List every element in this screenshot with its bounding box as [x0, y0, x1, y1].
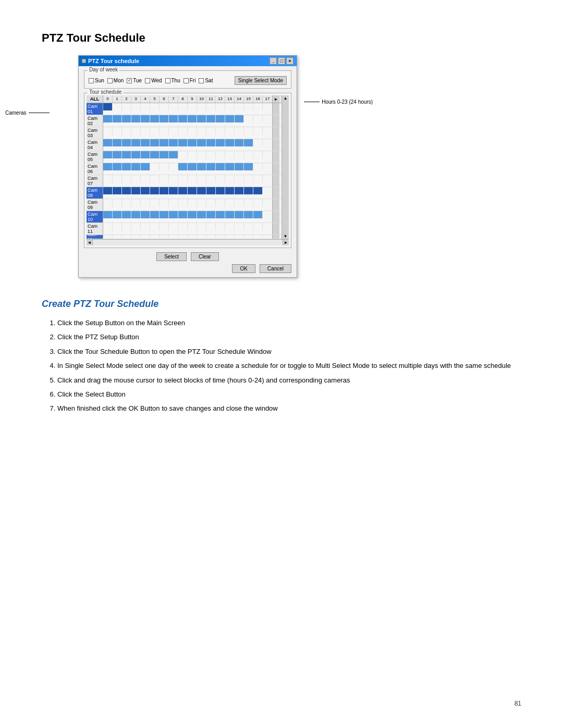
- hour-15: 15: [244, 95, 253, 103]
- hour-12: 12: [216, 95, 225, 103]
- day-wed[interactable]: Wed: [145, 78, 162, 83]
- scroll-right-btn[interactable]: ►: [272, 95, 279, 103]
- cam-01-h4[interactable]: [141, 103, 150, 110]
- ptz-tour-dialog: PTZ Tour schedule _ □ × Day of week Sun: [78, 55, 297, 278]
- cam-01-h10[interactable]: [197, 103, 206, 110]
- hour-2: 2: [122, 95, 131, 103]
- instruction-7: When finished click the OK Button to sav…: [57, 402, 521, 414]
- cam-row-08: Cam 08: [87, 187, 282, 199]
- day-mon[interactable]: Mon: [107, 78, 124, 83]
- section-title: Create PTZ Tour Schedule: [42, 299, 521, 310]
- dialog-title: PTZ Tour schedule: [82, 58, 139, 64]
- cam-01-h2[interactable]: [122, 103, 131, 110]
- cameras-annotation: Cameras: [5, 110, 50, 116]
- minimize-button[interactable]: _: [270, 57, 277, 65]
- hour-16: 16: [253, 95, 263, 103]
- cam-row-02: Cam 02: [87, 115, 282, 127]
- scroll-down-arrow[interactable]: ▼: [283, 233, 288, 239]
- day-tue[interactable]: Tue: [127, 78, 142, 83]
- cam-01-h9[interactable]: [188, 103, 197, 110]
- hour-4: 4: [141, 95, 150, 103]
- cam-01-h16[interactable]: [253, 103, 263, 110]
- hour-7: 7: [169, 95, 178, 103]
- day-sat[interactable]: Sat: [199, 78, 213, 83]
- hour-0: 0: [103, 95, 113, 103]
- fri-checkbox[interactable]: [183, 78, 189, 83]
- thu-label: Thu: [172, 78, 180, 83]
- hour-10: 10: [197, 95, 206, 103]
- tour-schedule-label: Tour schedule: [88, 89, 123, 95]
- hours-annotation: Hours 0-23 (24 hours): [304, 99, 373, 105]
- dialog-footer-buttons: Select Clear: [84, 252, 291, 261]
- cam-01-h8[interactable]: [178, 103, 188, 110]
- cam-08-label: Cam 08: [87, 187, 103, 199]
- cam-01-h7[interactable]: [169, 103, 178, 110]
- clear-button[interactable]: Clear: [191, 252, 219, 261]
- hour-9: 9: [188, 95, 197, 103]
- cam-01-h11[interactable]: [206, 103, 216, 110]
- tue-label: Tue: [133, 78, 142, 83]
- scroll-track[interactable]: [93, 240, 283, 245]
- fri-label: Fri: [190, 78, 196, 83]
- schedule-grid-wrapper: ALL 0 1 2 3 4 5 6 7 8 9: [87, 95, 289, 239]
- day-fri[interactable]: Fri: [183, 78, 196, 83]
- cam-01-h1[interactable]: [113, 103, 122, 110]
- cam-row-09: Cam 09: [87, 199, 282, 211]
- scroll-up-arrow[interactable]: ▲: [283, 95, 288, 101]
- titlebar-controls[interactable]: _ □ ×: [270, 57, 293, 65]
- ok-button[interactable]: OK: [232, 264, 255, 273]
- day-of-week-group: Day of week Sun Mon Tue: [84, 70, 291, 89]
- cam-01-h3[interactable]: [131, 103, 141, 110]
- sat-label: Sat: [205, 78, 213, 83]
- cam-01-h17[interactable]: [263, 103, 272, 110]
- scroll-right-arrow-h[interactable]: ►: [283, 240, 289, 245]
- cam-01-h13[interactable]: [225, 103, 235, 110]
- instructions: Click the Setup Button on the Main Scree…: [42, 317, 521, 415]
- thu-checkbox[interactable]: [165, 78, 170, 83]
- day-thu[interactable]: Thu: [165, 78, 180, 83]
- hour-8: 8: [178, 95, 188, 103]
- cam-row-10: Cam 10: [87, 211, 282, 223]
- schedule-header: ALL 0 1 2 3 4 5 6 7 8 9: [87, 95, 282, 103]
- cam-row-11: Cam 11: [87, 223, 282, 235]
- all-cell[interactable]: ALL: [87, 95, 103, 103]
- cam-03-label: Cam 03: [87, 127, 103, 139]
- horizontal-scrollbar[interactable]: ◄ ►: [87, 239, 289, 245]
- cam-01-h15[interactable]: [244, 103, 253, 110]
- cam-row-07: Cam 07: [87, 175, 282, 187]
- cam-01-h12[interactable]: [216, 103, 225, 110]
- hour-17: 17: [263, 95, 272, 103]
- cam-04-label: Cam 04: [87, 139, 103, 151]
- cam-01-h6[interactable]: [160, 103, 169, 110]
- dialog-ok-cancel-buttons: OK Cancel: [84, 264, 291, 273]
- select-button[interactable]: Select: [156, 252, 187, 261]
- cam-01-h14[interactable]: [235, 103, 244, 110]
- dialog-icon: [82, 59, 86, 63]
- hour-13: 13: [225, 95, 235, 103]
- vertical-scrollbar[interactable]: ▲ ▼: [282, 95, 289, 239]
- hour-3: 3: [131, 95, 141, 103]
- page-title: PTZ Tour Schedule: [42, 31, 521, 45]
- close-button[interactable]: ×: [286, 57, 293, 65]
- sun-checkbox[interactable]: [89, 78, 94, 83]
- maximize-button[interactable]: □: [278, 57, 285, 65]
- wed-checkbox[interactable]: [145, 78, 150, 83]
- mon-label: Mon: [114, 78, 124, 83]
- mon-checkbox[interactable]: [107, 78, 113, 83]
- scroll-left-arrow[interactable]: ◄: [87, 240, 93, 245]
- tue-checkbox[interactable]: [127, 78, 132, 83]
- instruction-3: Click the Tour Schedule Button to open t…: [57, 346, 521, 357]
- cam-02-label: Cam 02: [87, 115, 103, 127]
- sat-checkbox[interactable]: [199, 78, 204, 83]
- instructions-list: Click the Setup Button on the Main Scree…: [42, 317, 521, 415]
- cam-07-label: Cam 07: [87, 175, 103, 187]
- cam-05-label: Cam 05: [87, 151, 103, 163]
- cancel-button[interactable]: Cancel: [260, 264, 291, 273]
- dialog-wrapper: Cameras Hours 0-23 (24 hours) PTZ Tour s…: [42, 55, 297, 278]
- sun-label: Sun: [95, 78, 104, 83]
- hour-14: 14: [235, 95, 244, 103]
- cam-01-h0[interactable]: [103, 103, 113, 110]
- day-sun[interactable]: Sun: [89, 78, 104, 83]
- cam-01-h5[interactable]: [150, 103, 160, 110]
- single-select-mode-button[interactable]: Single Select Mode: [235, 76, 287, 85]
